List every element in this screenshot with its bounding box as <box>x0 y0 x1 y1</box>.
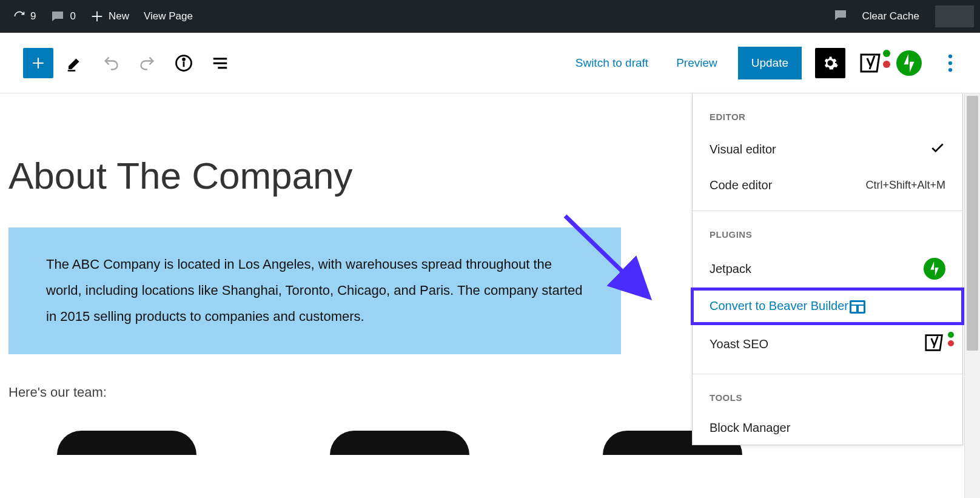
svg-rect-4 <box>213 62 227 64</box>
redo-button[interactable] <box>132 48 163 78</box>
updates-count: 9 <box>30 10 36 22</box>
undo-button[interactable] <box>96 48 126 78</box>
svg-point-7 <box>948 61 952 64</box>
comment-icon <box>833 8 848 25</box>
yoast-status-dots <box>883 50 890 68</box>
clear-cache-label: Clear Cache <box>862 10 920 22</box>
admin-comments[interactable]: 0 <box>43 0 82 33</box>
view-page-label: View Page <box>144 10 193 22</box>
jetpack-button[interactable] <box>896 50 922 76</box>
svg-rect-5 <box>218 67 227 69</box>
editor-header: Switch to draft Preview Update <box>0 33 980 93</box>
preview-button[interactable]: Preview <box>669 52 725 75</box>
admin-bar: 9 0 New View Page Clear Cache <box>0 0 980 33</box>
admin-new[interactable]: New <box>83 0 136 33</box>
admin-view-page[interactable]: View Page <box>136 0 200 33</box>
admin-comments-right[interactable] <box>826 0 855 33</box>
switch-to-draft-button[interactable]: Switch to draft <box>568 52 656 75</box>
comments-count: 0 <box>70 10 75 22</box>
outline-button[interactable] <box>205 48 235 78</box>
new-label: New <box>109 10 129 22</box>
svg-rect-3 <box>213 58 227 59</box>
yoast-button[interactable] <box>859 52 883 74</box>
refresh-icon <box>13 10 25 22</box>
more-options-button[interactable] <box>935 48 965 78</box>
svg-point-2 <box>183 58 185 60</box>
edit-mode-button[interactable] <box>59 48 90 78</box>
admin-clear-cache[interactable]: Clear Cache <box>855 0 927 33</box>
settings-button[interactable] <box>815 48 845 78</box>
comment-icon <box>50 9 65 24</box>
admin-updates[interactable]: 9 <box>6 0 43 33</box>
update-button[interactable]: Update <box>738 47 802 79</box>
add-block-button[interactable] <box>23 48 53 78</box>
admin-avatar-placeholder[interactable] <box>935 5 974 27</box>
info-button[interactable] <box>169 48 199 78</box>
svg-point-8 <box>948 68 952 72</box>
plus-icon <box>90 10 104 23</box>
svg-point-6 <box>948 54 952 58</box>
